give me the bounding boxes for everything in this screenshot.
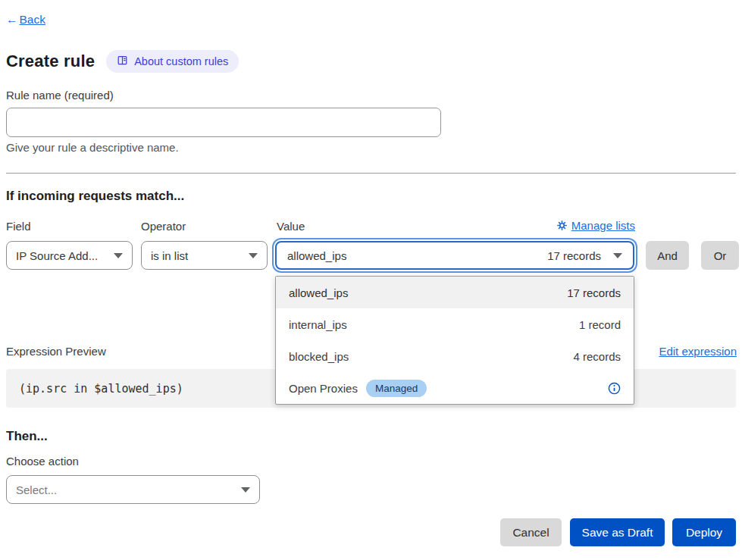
chevron-down-icon [613, 253, 622, 258]
about-custom-rules-link[interactable]: About custom rules [106, 50, 239, 73]
choose-action-label: Choose action [6, 455, 79, 468]
book-icon [117, 55, 128, 68]
section-divider [6, 173, 736, 174]
create-rule-page: ←Back Create rule About custom rules Rul… [0, 0, 742, 560]
dropdown-option-blocked-ips[interactable]: blocked_ips 4 records [276, 340, 634, 372]
dropdown-option-open-proxies[interactable]: Open Proxies Managed [276, 372, 634, 404]
list-record-count: 1 record [579, 318, 621, 331]
and-button[interactable]: And [646, 241, 689, 270]
about-badge-label: About custom rules [134, 55, 228, 67]
rule-name-helper-text: Give your rule a descriptive name. [6, 141, 179, 154]
expression-code: (ip.src in $allowed_ips) [6, 382, 183, 396]
or-button[interactable]: Or [701, 241, 739, 270]
then-section-heading: Then... [6, 429, 48, 444]
list-record-count: 4 records [573, 350, 621, 363]
manage-lists-label: Manage lists [571, 219, 635, 232]
dropdown-option-internal-ips[interactable]: internal_ips 1 record [276, 308, 634, 340]
edit-expression-link[interactable]: Edit expression [659, 345, 737, 358]
value-select-value: allowed_ips [287, 249, 346, 262]
back-arrow-icon: ← [6, 13, 18, 27]
field-label: Field [6, 220, 31, 233]
title-row: Create rule About custom rules [6, 50, 239, 73]
cancel-button[interactable]: Cancel [500, 518, 562, 546]
rule-name-input[interactable] [6, 108, 441, 137]
field-select[interactable]: IP Source Add... [6, 241, 133, 270]
expression-preview-label: Expression Preview [6, 345, 106, 358]
managed-badge: Managed [366, 380, 427, 397]
page-title: Create rule [6, 52, 95, 71]
back-link-label: Back [20, 13, 45, 27]
match-section-heading: If incoming requests match... [6, 189, 184, 204]
dropdown-option-allowed-ips[interactable]: allowed_ips 17 records [276, 277, 634, 308]
chevron-down-icon [114, 253, 123, 258]
value-label: Value [277, 220, 305, 233]
chevron-down-icon [241, 487, 250, 493]
save-as-draft-button[interactable]: Save as Draft [570, 518, 665, 546]
rule-name-label: Rule name (required) [6, 89, 114, 102]
field-select-value: IP Source Add... [16, 249, 98, 262]
deploy-button[interactable]: Deploy [672, 518, 736, 546]
list-record-count: 17 records [567, 286, 621, 299]
gear-icon [557, 221, 567, 230]
manage-lists-link[interactable]: Manage lists [557, 219, 635, 232]
value-select-record-count: 17 records [547, 249, 601, 262]
back-link[interactable]: ←Back [6, 13, 45, 27]
list-name: allowed_ips [289, 286, 348, 299]
operator-select-value: is in list [151, 249, 188, 262]
action-select[interactable]: Select... [6, 475, 260, 504]
info-icon[interactable] [608, 382, 621, 395]
operator-label: Operator [141, 220, 186, 233]
value-dropdown-panel: allowed_ips 17 records internal_ips 1 re… [275, 276, 634, 405]
value-select[interactable]: allowed_ips 17 records [275, 241, 634, 270]
chevron-down-icon [249, 253, 258, 258]
list-name: internal_ips [289, 318, 347, 331]
operator-select[interactable]: is in list [141, 241, 268, 270]
action-select-placeholder: Select... [16, 483, 57, 496]
list-name: blocked_ips [289, 350, 349, 363]
list-name: Open Proxies [289, 382, 358, 395]
